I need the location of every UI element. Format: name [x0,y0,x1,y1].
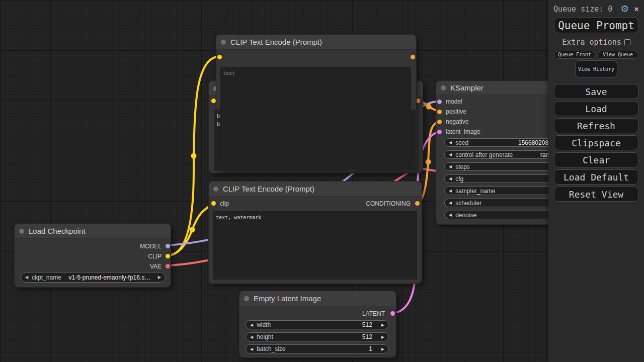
clip-input-slot[interactable] [211,201,216,206]
load-button[interactable]: Load [554,101,638,116]
prompt-textarea-top[interactable] [220,67,411,166]
conditioning-output-slot[interactable] [411,55,415,59]
decrement-arrow-icon[interactable]: ◀ [449,189,452,193]
queue-size-label: Queue size: 0 [553,5,620,14]
collapse-dot-icon[interactable] [244,296,249,301]
decrement-arrow-icon[interactable]: ◀ [449,152,452,157]
increment-arrow-icon[interactable]: ▶ [381,335,384,339]
decrement-arrow-icon[interactable]: ◀ [250,347,253,351]
next-option-arrow-icon[interactable]: ▶ [158,275,161,280]
clear-button[interactable]: Clear [554,152,638,167]
widget-label: ckpt_name [32,274,61,281]
prev-option-arrow-icon[interactable]: ◀ [25,275,28,280]
node-title: CLIP Text Encode (Prompt) [230,38,322,46]
load-default-button[interactable]: Load Default [554,169,638,185]
reset-view-button[interactable]: Reset View [554,187,638,202]
widget-value: 512 [362,333,372,340]
wire-midpoint-dot[interactable] [191,153,197,159]
comfy-menu: Queue size: 0 ⚙ ✕ Queue Prompt Extra opt… [548,0,644,362]
collapse-dot-icon[interactable] [221,40,226,45]
widget-label: sampler_name [455,188,495,195]
increment-arrow-icon[interactable]: ▶ [381,347,384,351]
decrement-arrow-icon[interactable]: ◀ [449,176,452,181]
widget-label: denoise [455,212,476,219]
extra-options-checkbox[interactable] [624,39,630,45]
batch-size-widget[interactable]: ◀ batch_size 1 ▶ [246,344,389,353]
clip-input-label: clip [220,200,229,207]
latent-output-slot[interactable] [390,311,395,316]
queue-prompt-button[interactable]: Queue Prompt [554,18,638,33]
node-empty-latent-image[interactable]: Empty Latent Image LATENT ◀ width 512 ▶ … [239,291,396,358]
increment-arrow-icon[interactable]: ▶ [381,323,384,327]
positive-input-slot[interactable] [437,110,442,114]
decrement-arrow-icon[interactable]: ◀ [250,323,253,327]
latent-image-input-slot[interactable] [437,130,442,134]
latent-output-label: LATENT [362,310,385,317]
negative-input-label: negative [446,118,468,125]
clip-input-slot[interactable] [211,99,216,103]
conditioning-output-label: CONDITIONING [366,200,411,207]
decrement-arrow-icon[interactable]: ◀ [449,201,452,205]
ckpt-name-widget[interactable]: ◀ ckpt_name v1-5-pruned-emaonly-fp16.s… … [21,272,166,283]
height-widget[interactable]: ◀ height 512 ▶ [246,332,389,341]
conditioning-output-slot[interactable] [415,201,420,206]
clip-input-slot[interactable] [217,55,222,59]
widget-label: seed [455,139,468,146]
widget-value: 1 [369,345,372,352]
clip-output-slot[interactable] [166,254,170,258]
widget-label: scheduler [455,200,481,207]
clip-output-label: CLIP [148,253,162,260]
wire-midpoint-dot[interactable] [426,104,432,110]
node-title-bar[interactable]: Empty Latent Image [239,291,396,306]
model-input-slot[interactable] [437,100,442,104]
node-title-bar[interactable]: CLIP Text Encode (Prompt) [209,182,422,197]
latent-image-input-label: latent_image [446,128,480,135]
collapse-dot-icon[interactable] [213,187,218,192]
collapse-dot-icon[interactable] [441,85,446,90]
refresh-button[interactable]: Refresh [554,118,638,133]
collapse-dot-icon[interactable] [19,229,24,234]
node-title: Load Checkpoint [29,227,86,235]
view-history-button[interactable]: View History [575,60,617,77]
widget-label: control after generate [455,151,513,158]
vae-output-label: VAE [150,263,162,270]
decrement-arrow-icon[interactable]: ◀ [449,140,452,145]
decrement-arrow-icon[interactable]: ◀ [449,213,452,217]
node-title-bar[interactable]: Load Checkpoint [15,224,171,239]
width-widget[interactable]: ◀ width 512 ▶ [246,320,389,329]
wire-midpoint-dot[interactable] [190,227,195,233]
prompt-textarea-negative[interactable]: text, watermark [213,211,417,280]
positive-input-label: positive [446,108,466,115]
model-input-label: model [446,98,462,105]
settings-gear-icon[interactable]: ⚙ [620,4,629,14]
model-output-slot[interactable] [166,244,170,248]
widget-value: v1-5-pruned-emaonly-fp16.s… [61,274,158,281]
widget-label: steps [455,163,470,170]
node-title: CLIP Text Encode (Prompt) [223,185,314,193]
model-output-label: MODEL [140,243,162,250]
negative-input-slot[interactable] [437,120,442,124]
queue-front-button[interactable]: Queue Front [554,51,595,59]
clipspace-button[interactable]: Clipspace [554,135,638,150]
widget-label: cfg [455,175,463,183]
widget-label: batch_size [257,345,285,352]
widget-label: width [257,321,271,328]
node-title: Empty Latent Image [254,294,321,303]
widget-value: 512 [362,321,372,328]
widget-value: 1566802087 [518,139,552,146]
wire-clip-to-negative-encoder [168,203,214,255]
node-title: KSampler [450,83,484,92]
node-load-checkpoint[interactable]: Load Checkpoint MODEL CLIP VAE ◀ ckpt_na… [14,223,171,288]
decrement-arrow-icon[interactable]: ◀ [449,164,452,169]
comfyui-canvas[interactable]: { "colors": { "clip": "#ffd41d", "condit… [0,0,644,362]
vae-output-slot[interactable] [166,264,170,268]
save-button[interactable]: Save [554,84,638,99]
view-queue-button[interactable]: View Queue [597,51,638,59]
close-icon[interactable]: ✕ [634,4,639,14]
decrement-arrow-icon[interactable]: ◀ [250,335,253,339]
node-title-bar[interactable]: CLIP Text Encode (Prompt) [216,35,416,50]
wire-midpoint-dot[interactable] [426,159,431,165]
queue-header: Queue size: 0 ⚙ ✕ [548,0,644,16]
widget-label: height [257,333,273,340]
extra-options-label: Extra options [562,38,621,47]
